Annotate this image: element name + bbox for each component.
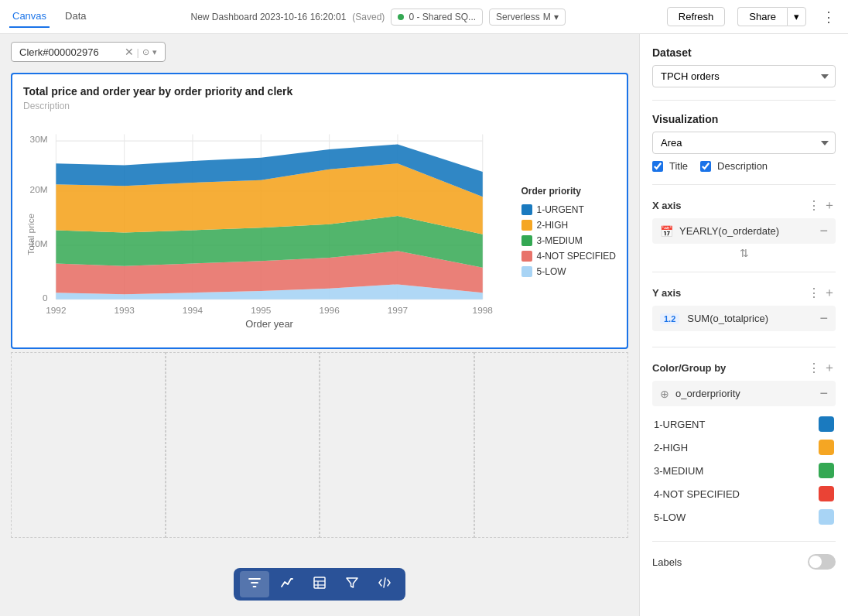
code-icon [378, 576, 392, 590]
right-panel: Dataset TPCH orders Visualization Area T… [639, 34, 848, 616]
divider-2 [652, 184, 836, 185]
table-icon [313, 576, 327, 590]
filter-bar: Clerk#000002976 ✕ | ⊙ ▾ [0, 34, 639, 70]
serverless-pill[interactable]: Serverless M ▾ [489, 9, 566, 26]
color-row-not-specified: 4-NOT SPECIFIED [652, 482, 836, 505]
x-axis-field: YEARLY(o_orderdate) [679, 225, 779, 237]
dataset-select[interactable]: TPCH orders [652, 65, 836, 87]
svg-text:20M: 20M [30, 184, 48, 195]
toolbar-funnel-button[interactable] [337, 571, 367, 597]
labels-label: Labels [652, 556, 682, 568]
canvas-area: Clerk#000002976 ✕ | ⊙ ▾ Total price and … [0, 34, 639, 616]
legend-label-high: 2-HIGH [537, 220, 569, 231]
legend-color-urgent [521, 204, 532, 215]
filter-caret-icon[interactable]: ⊙ [142, 47, 149, 57]
svg-text:1993: 1993 [115, 305, 135, 316]
x-axis-item-left: 📅 YEARLY(o_orderdate) [660, 225, 779, 238]
legend-label-medium: 3-MEDIUM [537, 235, 583, 246]
visualization-section: Visualization Area Title Description [652, 113, 836, 172]
color-row-medium: 3-MEDIUM [652, 459, 836, 482]
group-icon: ⊕ [660, 388, 669, 400]
svg-text:1992: 1992 [46, 305, 66, 316]
filter-clear-icon[interactable]: ✕ [125, 46, 134, 58]
top-navigation: Canvas Data New Dashboard 2023-10-16 16:… [0, 0, 848, 34]
chart-icon [280, 576, 294, 590]
description-checkbox[interactable] [700, 161, 711, 172]
title-label: Title [669, 160, 688, 172]
filter-tag-controls: ✕ | ⊙ ▾ [125, 46, 157, 58]
y-axis-more-button[interactable]: ⋮ [808, 286, 820, 300]
color-swatch-low[interactable] [819, 509, 834, 525]
legend-color-not-specified [521, 251, 532, 262]
toggle-knob [809, 556, 822, 568]
tab-data[interactable]: Data [62, 5, 89, 28]
share-button[interactable]: Share [737, 7, 787, 26]
visualization-select[interactable]: Area [652, 132, 836, 154]
serverless-label: Serverless [496, 12, 540, 22]
saved-badge: (Saved) [352, 12, 385, 22]
color-row-urgent: 1-URGENT [652, 412, 836, 436]
svg-text:1997: 1997 [388, 305, 408, 316]
color-group-add-button[interactable]: ＋ [823, 360, 836, 376]
color-group-header: Color/Group by ⋮ ＋ [652, 360, 836, 376]
refresh-button[interactable]: Refresh [667, 7, 726, 26]
grid-cell-4 [474, 352, 629, 538]
filter-tag[interactable]: Clerk#000002976 ✕ | ⊙ ▾ [11, 42, 166, 62]
color-label-medium: 3-MEDIUM [654, 465, 703, 477]
tab-canvas[interactable]: Canvas [9, 5, 50, 28]
filter-divider: | [137, 46, 139, 58]
sort-icon[interactable]: ⇅ [652, 247, 836, 259]
grid-cell-3 [320, 352, 474, 538]
color-swatch-medium[interactable] [819, 463, 834, 478]
visualization-label: Visualization [652, 113, 836, 125]
numeric-badge: 1.2 [660, 313, 679, 324]
color-label-urgent: 1-URGENT [654, 419, 705, 430]
empty-grid [11, 352, 628, 538]
size-label: M [543, 12, 551, 22]
grid-cell-1 [11, 352, 166, 538]
svg-text:1998: 1998 [473, 305, 494, 316]
color-group-remove-button[interactable]: − [819, 385, 828, 402]
color-swatches: 1-URGENT 2-HIGH 3-MEDIUM 4-NOT SPECIFIED… [652, 412, 836, 529]
legend-color-medium [521, 235, 532, 246]
labels-row: Labels [652, 554, 836, 570]
filter-chevron-icon[interactable]: ▾ [152, 47, 157, 57]
svg-text:30M: 30M [30, 134, 48, 145]
svg-text:Order year: Order year [245, 318, 293, 330]
chart-description: Description [23, 101, 616, 111]
y-axis-add-button[interactable]: ＋ [823, 285, 836, 301]
y-axis-section: Y axis ⋮ ＋ 1.2 SUM(o_totalprice) − [652, 285, 836, 334]
y-axis-remove-button[interactable]: − [819, 310, 828, 327]
legend-label-urgent: 1-URGENT [537, 204, 584, 215]
title-checkbox[interactable] [652, 161, 663, 172]
share-caret-button[interactable]: ▾ [787, 7, 806, 26]
color-swatch-not-specified[interactable] [819, 486, 834, 501]
x-axis-remove-button[interactable]: − [819, 223, 828, 239]
color-label-high: 2-HIGH [654, 442, 688, 453]
color-group-section: Color/Group by ⋮ ＋ ⊕ o_orderpriority − 1… [652, 360, 836, 529]
color-group-title: Color/Group by [652, 362, 726, 374]
svg-text:1995: 1995 [251, 305, 272, 316]
chart-title: Total price and order year by order prio… [23, 85, 616, 98]
color-swatch-high[interactable] [819, 440, 834, 455]
svg-text:0: 0 [43, 293, 48, 303]
toolbar-code-button[interactable] [370, 571, 399, 597]
saved-label: (Saved) [352, 12, 385, 22]
calendar-icon: 📅 [660, 225, 673, 238]
toolbar-table-button[interactable] [305, 571, 334, 597]
x-axis-add-button[interactable]: ＋ [823, 197, 836, 214]
labels-toggle[interactable] [808, 554, 836, 570]
legend-color-low [521, 266, 532, 277]
color-group-more-button[interactable]: ⋮ [808, 361, 820, 375]
toolbar-filter-button[interactable] [240, 571, 269, 597]
x-axis-more-button[interactable]: ⋮ [808, 198, 820, 213]
y-axis-header: Y axis ⋮ ＋ [652, 285, 836, 301]
more-button[interactable]: ⋮ [819, 9, 839, 26]
legend-label-not-specified: 4-NOT SPECIFIED [537, 251, 616, 262]
y-axis-controls: ⋮ ＋ [808, 285, 836, 301]
x-axis-title: X axis [652, 200, 682, 211]
toolbar-chart-button[interactable] [272, 571, 302, 597]
color-swatch-urgent[interactable] [819, 416, 834, 432]
chart-container: Total price and order year by order prio… [11, 73, 628, 349]
status-pill[interactable]: 0 - Shared SQ... [391, 9, 483, 26]
